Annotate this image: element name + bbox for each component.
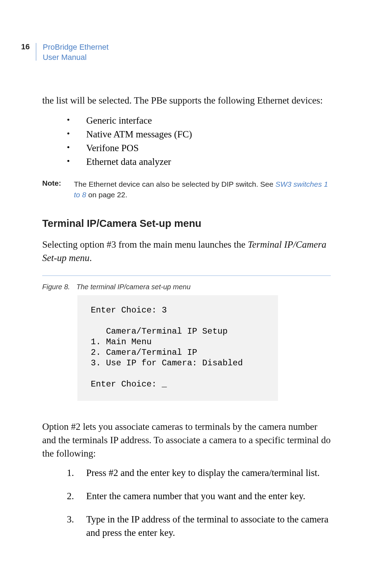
page-content: the list will be selected. The PBe suppo… — [42, 94, 331, 539]
document-page: 16 ProBridge Ethernet User Manual the li… — [0, 0, 380, 578]
terminal-screenshot: Enter Choice: 3 Camera/Terminal IP Setup… — [77, 295, 278, 401]
list-item: Press #2 and the enter key to display th… — [67, 466, 331, 480]
list-item: Verifone POS — [67, 141, 331, 155]
header-divider — [36, 43, 36, 61]
list-item: Generic interface — [67, 114, 331, 128]
note-text-before: The Ethernet device can also be selected… — [74, 180, 276, 188]
list-item: Ethernet data analyzer — [67, 155, 331, 169]
option-paragraph: Option #2 lets you associate cameras to … — [42, 420, 331, 460]
note-block: Note: The Ethernet device can also be se… — [42, 179, 331, 200]
section-heading: Terminal IP/Camera Set-up menu — [42, 218, 331, 229]
intro-paragraph: the list will be selected. The PBe suppo… — [42, 94, 331, 107]
steps-list: Press #2 and the enter key to display th… — [67, 466, 331, 539]
header-title-line1: ProBridge Ethernet — [43, 42, 108, 52]
page-header: 16 ProBridge Ethernet User Manual — [21, 42, 345, 62]
section-para-after: . — [89, 253, 92, 263]
figure-separator — [42, 276, 331, 276]
list-item: Type in the IP address of the terminal t… — [67, 513, 331, 540]
section-para-before: Selecting option #3 from the main menu l… — [42, 239, 248, 250]
section-paragraph: Selecting option #3 from the main menu l… — [42, 238, 331, 265]
figure-caption: Figure 8.The terminal IP/camera set-up m… — [42, 283, 331, 291]
figure-label: Figure 8. — [42, 283, 70, 291]
page-number: 16 — [21, 42, 30, 51]
note-label: Note: — [42, 179, 74, 200]
header-title-line2: User Manual — [43, 52, 108, 63]
note-text-after: on page 22. — [86, 191, 127, 199]
header-titles: ProBridge Ethernet User Manual — [43, 42, 108, 62]
note-text: The Ethernet device can also be selected… — [74, 179, 331, 200]
figure-caption-text: The terminal IP/camera set-up menu — [76, 283, 191, 291]
list-item: Enter the camera number that you want an… — [67, 490, 331, 503]
list-item: Native ATM messages (FC) — [67, 128, 331, 141]
device-bullet-list: Generic interface Native ATM messages (F… — [67, 114, 331, 169]
